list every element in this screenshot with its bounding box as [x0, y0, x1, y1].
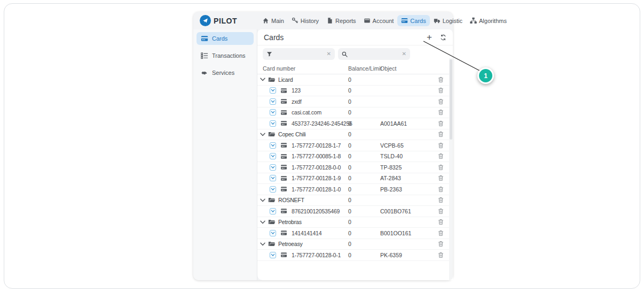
card-row[interactable]: zxdf 0: [257, 96, 453, 107]
delete-icon[interactable]: [438, 120, 444, 127]
card-row[interactable]: casi.cat.com 0: [257, 107, 453, 119]
card-expand-toggle-icon[interactable]: [270, 120, 276, 127]
balance-value: 0: [348, 219, 380, 225]
delete-icon[interactable]: [438, 76, 444, 83]
delete-icon[interactable]: [438, 230, 444, 236]
card-row[interactable]: 453737-234246-2454256 0 A001AA61: [257, 118, 453, 129]
group-row[interactable]: Petrobras 0: [257, 217, 453, 228]
balance-value: 0: [348, 252, 380, 258]
card-row[interactable]: 123 0: [257, 86, 453, 97]
sidebar-item-label: Services: [212, 70, 234, 76]
group-collapse-chevron-icon[interactable]: [260, 132, 265, 137]
group-collapse-chevron-icon[interactable]: [260, 220, 265, 225]
sidebar-item-transactions[interactable]: Transactions: [197, 49, 254, 62]
card-expand-toggle-icon[interactable]: [270, 175, 276, 181]
delete-icon[interactable]: [438, 208, 444, 214]
card-row[interactable]: 1-757727-00085-1-8 0 TSLD-40: [257, 151, 453, 163]
column-header-balance-limit[interactable]: Balance/Limit: [348, 65, 380, 72]
balance-value: 0: [348, 131, 380, 137]
card-expand-toggle-icon[interactable]: [270, 109, 276, 116]
nav-item-history[interactable]: History: [288, 15, 323, 26]
group-row[interactable]: Licard 0: [257, 74, 453, 86]
card-number: 453737-234246-2454256: [292, 120, 352, 127]
add-card-button[interactable]: +: [427, 34, 432, 41]
card-expand-toggle-icon[interactable]: [270, 230, 276, 236]
search-input-box[interactable]: ✕: [338, 48, 410, 60]
nav-item-reports[interactable]: Reports: [323, 15, 360, 26]
nav-item-logistic[interactable]: Logistic: [430, 15, 466, 26]
page-title: Cards: [264, 33, 284, 42]
nav-item-label: Cards: [410, 18, 426, 24]
delete-icon[interactable]: [438, 219, 444, 225]
card-expand-toggle-icon[interactable]: [270, 252, 276, 258]
column-header-card-number[interactable]: Card number: [257, 65, 348, 72]
filter-row: ✕ ✕: [257, 45, 453, 63]
card-row[interactable]: 1414141414 0 B001OO161: [257, 228, 453, 239]
filter-input-box[interactable]: ✕: [263, 48, 335, 60]
card-row[interactable]: 1-757727-00128-1-7 0 VCPB-65: [257, 140, 453, 151]
sidebar-item-cards[interactable]: Cards: [197, 32, 254, 45]
group-collapse-chevron-icon[interactable]: [260, 198, 265, 203]
vertical-scrollbar[interactable]: [449, 58, 453, 280]
truck-icon: [434, 17, 441, 24]
group-row[interactable]: Copec Chili 0: [257, 129, 453, 141]
delete-icon[interactable]: [438, 142, 444, 149]
card-row[interactable]: 1-757727-00128-0-1 0 PK-6359: [257, 250, 453, 261]
card-expand-toggle-icon[interactable]: [270, 153, 276, 159]
delete-icon[interactable]: [438, 197, 444, 203]
nav-item-label: Logistic: [443, 18, 462, 24]
nav-item-cards[interactable]: Cards: [397, 15, 429, 26]
sidebar-item-services[interactable]: Services: [197, 66, 254, 79]
nav-item-main[interactable]: Main: [258, 15, 288, 26]
delete-icon[interactable]: [438, 109, 444, 116]
card-row[interactable]: 1-757727-00128-0-0 0 TP-8325: [257, 162, 453, 173]
card-expand-toggle-icon[interactable]: [270, 98, 276, 105]
balance-value: 0: [348, 186, 380, 193]
delete-icon[interactable]: [438, 98, 444, 105]
group-collapse-chevron-icon[interactable]: [260, 242, 265, 247]
scrollbar-thumb[interactable]: [450, 59, 452, 140]
card-row[interactable]: 8762100120535469 0 C001BO761: [257, 206, 453, 217]
panel-actions: +: [427, 34, 446, 41]
delete-icon[interactable]: [438, 87, 444, 94]
delete-icon[interactable]: [438, 186, 444, 193]
filter-input[interactable]: [275, 51, 324, 57]
delete-icon[interactable]: [438, 252, 444, 258]
balance-value: 0: [348, 76, 380, 83]
group-row[interactable]: Petroeasy 0: [257, 239, 453, 250]
delete-icon[interactable]: [438, 164, 444, 171]
cards-table: Card number Balance/Limit Object Licard …: [257, 63, 453, 261]
delete-icon[interactable]: [438, 131, 444, 137]
delete-icon[interactable]: [438, 175, 444, 181]
credit-card-icon: [280, 110, 287, 116]
nav-item-account[interactable]: Account: [360, 15, 398, 26]
filter-clear-icon[interactable]: ✕: [327, 51, 331, 57]
column-header-object[interactable]: Object: [380, 65, 434, 72]
card-expand-toggle-icon[interactable]: [270, 87, 276, 94]
object-value: VCPB-65: [380, 142, 434, 149]
search-clear-icon[interactable]: ✕: [402, 51, 406, 57]
refresh-icon[interactable]: [440, 34, 446, 41]
card-number: zxdf: [292, 98, 301, 105]
card-expand-toggle-icon[interactable]: [270, 186, 276, 193]
pilot-logo[interactable]: PILOT: [200, 15, 251, 26]
nav-item-algorithms[interactable]: Algorithms: [466, 15, 511, 26]
card-row[interactable]: 1-757727-00128-1-9 0 AT-2843: [257, 173, 453, 185]
balance-value: 0: [348, 164, 380, 171]
card-expand-toggle-icon[interactable]: [270, 164, 276, 171]
credit-card-icon: [280, 186, 287, 192]
object-value: B001OO161: [380, 230, 434, 236]
delete-icon[interactable]: [438, 241, 444, 247]
credit-card-icon: [280, 230, 287, 236]
search-input[interactable]: [350, 51, 399, 57]
wallet-icon: [364, 17, 371, 24]
card-number: 1414141414: [292, 230, 321, 236]
credit-card-icon: [280, 208, 287, 214]
card-expand-toggle-icon[interactable]: [270, 208, 276, 214]
delete-icon[interactable]: [438, 153, 444, 159]
group-row[interactable]: ROSNEFT 0: [257, 195, 453, 206]
balance-value: 0: [348, 98, 380, 105]
card-row[interactable]: 1-757727-00128-1-0 0 PB-2363: [257, 184, 453, 195]
group-collapse-chevron-icon[interactable]: [260, 77, 265, 82]
card-expand-toggle-icon[interactable]: [270, 142, 276, 149]
